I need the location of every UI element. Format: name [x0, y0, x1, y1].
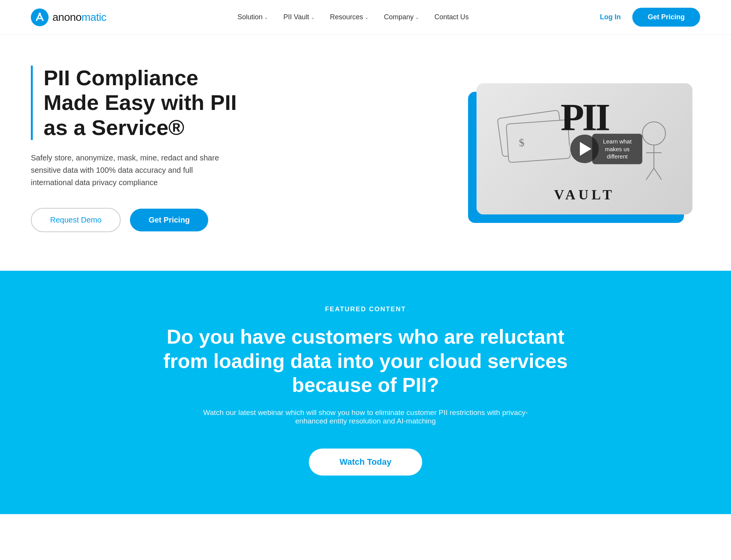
featured-headline: Do you have customers who are reluctant … — [153, 325, 578, 397]
chevron-down-icon: ⌄ — [365, 15, 369, 20]
navigation: anonomatic Solution ⌄ PII Vault ⌄ Resour… — [0, 0, 731, 35]
watch-today-button[interactable]: Watch Today — [309, 449, 422, 476]
hero-buttons: Request Demo Get Pricing — [31, 208, 254, 232]
hero-section: PII Compliance Made Easy with PII as a S… — [0, 35, 731, 271]
chevron-down-icon: ⌄ — [415, 15, 419, 20]
nav-item-pii-vault[interactable]: PII Vault ⌄ — [283, 13, 315, 21]
brand-name: anonomatic — [52, 11, 106, 24]
hero-subtitle: Safely store, anonymize, mask, mine, red… — [31, 152, 224, 189]
svg-point-6 — [642, 122, 665, 145]
video-card-wrapper: $ $ PII — [477, 83, 692, 214]
login-link[interactable]: Log In — [600, 13, 621, 21]
nav-item-resources[interactable]: Resources ⌄ — [330, 13, 369, 21]
hero-right: $ $ PII — [477, 83, 700, 214]
vault-text: VAULT — [554, 187, 615, 202]
nav-get-pricing-button[interactable]: Get Pricing — [632, 8, 700, 27]
svg-text:$: $ — [519, 137, 525, 149]
request-demo-button[interactable]: Request Demo — [31, 208, 121, 232]
hero-left: PII Compliance Made Easy with PII as a S… — [31, 66, 254, 232]
video-thumbnail[interactable]: $ $ PII — [477, 83, 692, 214]
logo[interactable]: anonomatic — [31, 8, 106, 26]
featured-label: FEATURED CONTENT — [31, 305, 700, 313]
pii-big-text: PII — [561, 96, 608, 138]
play-icon — [580, 142, 591, 156]
chevron-down-icon: ⌄ — [264, 15, 268, 20]
featured-subtitle: Watch our latest webinar which will show… — [192, 408, 539, 425]
nav-item-solution[interactable]: Solution ⌄ — [237, 13, 268, 21]
nav-right: Log In Get Pricing — [600, 8, 700, 27]
video-card[interactable]: $ $ PII — [477, 83, 692, 214]
hero-title: PII Compliance Made Easy with PII as a S… — [44, 66, 254, 140]
nav-item-company[interactable]: Company ⌄ — [384, 13, 419, 21]
svg-line-9 — [646, 168, 654, 180]
svg-point-1 — [39, 13, 41, 15]
featured-section: FEATURED CONTENT Do you have customers w… — [0, 271, 731, 514]
svg-line-10 — [654, 168, 662, 180]
nav-links: Solution ⌄ PII Vault ⌄ Resources ⌄ Compa… — [237, 13, 469, 21]
play-button-area[interactable]: Learn what makes us different — [569, 133, 600, 164]
hero-title-block: PII Compliance Made Easy with PII as a S… — [31, 66, 254, 140]
nav-item-contact-us[interactable]: Contact Us — [435, 13, 469, 21]
svg-point-0 — [31, 8, 49, 26]
hero-get-pricing-button[interactable]: Get Pricing — [130, 209, 208, 231]
chevron-down-icon: ⌄ — [311, 15, 315, 20]
brand-icon — [31, 8, 49, 26]
play-label: Learn what makes us different — [592, 134, 642, 164]
